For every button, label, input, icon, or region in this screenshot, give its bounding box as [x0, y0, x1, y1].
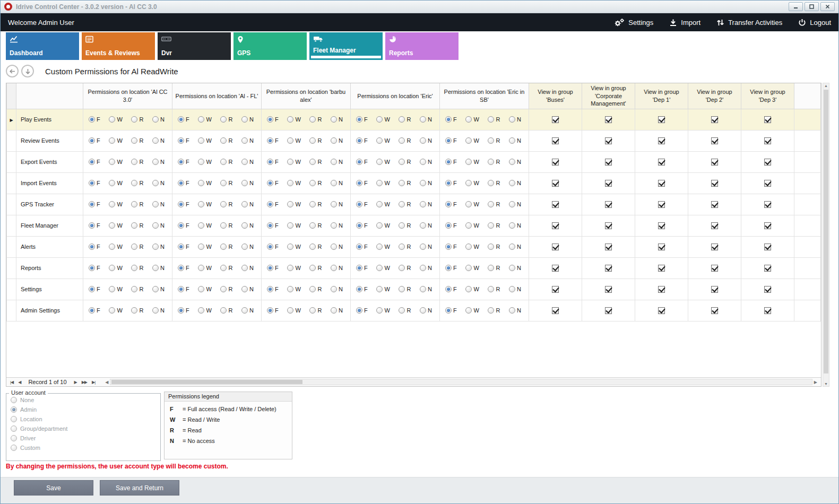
radio-option-F[interactable]: F	[356, 286, 368, 292]
column-header-location-1[interactable]: Permissions on location 'Al CC 3.0'	[83, 83, 172, 109]
radio-unselected-icon[interactable]	[376, 265, 383, 271]
radio-option-F[interactable]: F	[89, 265, 100, 271]
group-view-checkbox[interactable]	[605, 307, 612, 314]
radio-unselected-icon[interactable]	[152, 265, 159, 271]
radio-option-F[interactable]: F	[89, 201, 100, 207]
radio-unselected-icon[interactable]	[376, 201, 383, 207]
radio-selected-icon[interactable]	[267, 222, 273, 229]
account-type-location[interactable]: Location	[11, 415, 160, 422]
close-button[interactable]	[820, 2, 835, 11]
radio-option-R[interactable]: R	[309, 265, 322, 271]
radio-unselected-icon[interactable]	[220, 307, 227, 314]
radio-unselected-icon[interactable]	[509, 116, 515, 123]
radio-option-N[interactable]: N	[509, 180, 521, 186]
radio-selected-icon[interactable]	[356, 201, 362, 207]
radio-unselected-icon[interactable]	[399, 222, 405, 229]
radio-option-F[interactable]: F	[89, 180, 100, 186]
group-view-checkbox[interactable]	[711, 116, 718, 123]
radio-unselected-icon[interactable]	[420, 180, 426, 186]
radio-selected-icon[interactable]	[445, 116, 452, 123]
radio-unselected-icon[interactable]	[331, 222, 337, 229]
group-view-checkbox[interactable]	[658, 159, 665, 166]
radio-unselected-icon[interactable]	[220, 137, 227, 144]
radio-unselected-icon[interactable]	[220, 159, 227, 165]
radio-option-N[interactable]: N	[509, 222, 521, 229]
radio-option-R[interactable]: R	[399, 137, 411, 144]
radio-unselected-icon[interactable]	[465, 222, 472, 229]
radio-unselected-icon[interactable]	[241, 222, 248, 229]
radio-option-F[interactable]: F	[267, 159, 279, 165]
radio-option-R[interactable]: R	[488, 159, 500, 165]
radio-option-N[interactable]: N	[331, 222, 343, 229]
radio-selected-icon[interactable]	[445, 180, 452, 186]
radio-option-W[interactable]: W	[109, 116, 122, 123]
group-view-checkbox[interactable]	[764, 116, 771, 123]
radio-unselected-icon[interactable]	[131, 180, 137, 186]
radio-option-W[interactable]: W	[287, 286, 300, 292]
radio-option-N[interactable]: N	[241, 159, 254, 165]
record-prev-button[interactable]: ◀	[16, 380, 22, 385]
radio-option-W[interactable]: W	[198, 116, 211, 123]
radio-unselected-icon[interactable]	[465, 116, 472, 123]
radio-option-R[interactable]: R	[131, 137, 143, 144]
radio-option-N[interactable]: N	[509, 137, 521, 144]
radio-option-W[interactable]: W	[287, 265, 300, 271]
horizontal-scrollbar-track[interactable]	[110, 379, 812, 385]
radio-selected-icon[interactable]	[267, 201, 273, 207]
group-view-checkbox[interactable]	[605, 201, 612, 208]
radio-option-W[interactable]: W	[376, 116, 390, 123]
radio-option-F[interactable]: F	[89, 159, 100, 165]
radio-unselected-icon[interactable]	[376, 159, 383, 165]
radio-selected-icon[interactable]	[178, 137, 184, 144]
radio-option-N[interactable]: N	[509, 201, 521, 207]
radio-option-R[interactable]: R	[488, 222, 500, 229]
radio-unselected-icon[interactable]	[488, 137, 494, 144]
radio-unselected-icon[interactable]	[241, 265, 248, 271]
radio-unselected-icon[interactable]	[509, 286, 515, 292]
radio-option-R[interactable]: R	[220, 159, 232, 165]
radio-unselected-icon[interactable]	[152, 286, 159, 292]
radio-option-R[interactable]: R	[309, 286, 322, 292]
radio-unselected-icon[interactable]	[198, 180, 204, 186]
radio-unselected-icon[interactable]	[331, 307, 337, 314]
group-view-checkbox[interactable]	[605, 286, 612, 293]
radio-selected-icon[interactable]	[356, 265, 362, 271]
radio-selected-icon[interactable]	[89, 244, 95, 250]
radio-unselected-icon[interactable]	[309, 265, 316, 271]
radio-option-F[interactable]: F	[445, 244, 457, 250]
radio-option-F[interactable]: F	[356, 265, 368, 271]
permission-name[interactable]: Export Events	[16, 151, 83, 172]
import-button[interactable]: Import	[669, 19, 700, 27]
radio-option-W[interactable]: W	[109, 265, 122, 271]
radio-option-F[interactable]: F	[356, 201, 368, 207]
radio-unselected-icon[interactable]	[420, 307, 426, 314]
record-next-button[interactable]: ▶	[73, 380, 79, 385]
radio-option-R[interactable]: R	[131, 265, 143, 271]
radio-unselected-icon[interactable]	[198, 265, 204, 271]
radio-selected-icon[interactable]	[267, 244, 273, 250]
account-type-none[interactable]: None	[11, 396, 160, 403]
radio-option-R[interactable]: R	[399, 244, 411, 250]
radio-unselected-icon[interactable]	[131, 201, 137, 207]
tab-reports[interactable]: Reports	[385, 32, 459, 60]
radio-unselected-icon[interactable]	[376, 180, 383, 186]
radio-option-F[interactable]: F	[356, 244, 368, 250]
radio-unselected-icon[interactable]	[220, 222, 227, 229]
radio-option-F[interactable]: F	[89, 307, 100, 314]
radio-unselected-icon[interactable]	[287, 222, 293, 229]
radio-option-F[interactable]: F	[178, 159, 189, 165]
radio-option-F[interactable]: F	[178, 244, 189, 250]
radio-option-R[interactable]: R	[309, 201, 322, 207]
maximize-button[interactable]	[805, 2, 819, 11]
radio-selected-icon[interactable]	[267, 180, 273, 186]
radio-option-N[interactable]: N	[241, 286, 254, 292]
radio-unselected-icon[interactable]	[198, 307, 204, 314]
expand-down-button[interactable]	[21, 65, 34, 77]
radio-unselected-icon[interactable]	[488, 180, 494, 186]
radio-unselected-icon[interactable]	[198, 201, 204, 207]
radio-option-N[interactable]: N	[152, 159, 165, 165]
radio-option-R[interactable]: R	[488, 137, 500, 144]
group-view-checkbox[interactable]	[658, 286, 665, 293]
radio-unselected-icon[interactable]	[152, 307, 159, 314]
radio-option-N[interactable]: N	[420, 265, 432, 271]
